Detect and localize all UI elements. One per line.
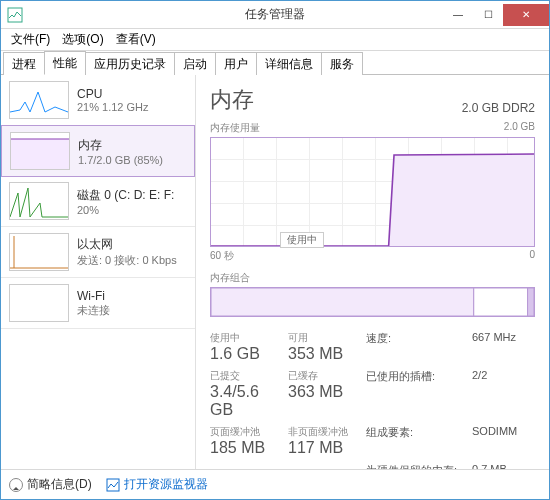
cpu-thumb-icon [9,81,69,119]
memory-thumb-icon [10,132,70,170]
tabbar: 进程 性能 应用历史记录 启动 用户 详细信息 服务 [1,51,549,75]
disk-label: 磁盘 0 (C: D: E: F: [77,187,187,204]
tab-startup[interactable]: 启动 [174,52,216,75]
stat-paged-value: 185 MB [210,439,280,457]
menu-view[interactable]: 查看(V) [110,29,162,50]
stat-cached-value: 363 MB [288,383,358,401]
usage-label: 内存使用量 [210,121,260,135]
sidebar-item-wifi[interactable]: Wi-Fi未连接 [1,278,195,329]
tab-app-history[interactable]: 应用历史记录 [85,52,175,75]
window-buttons: — ☐ ✕ [443,4,549,26]
in-use-tag: 使用中 [280,232,324,248]
memory-spec: 2.0 GB DDR2 [462,101,535,115]
chevron-up-icon [9,478,23,492]
stat-nonpaged-value: 117 MB [288,439,358,457]
stat-form-label: 组成要素: [366,425,464,457]
usage-max: 2.0 GB [504,121,535,135]
menubar: 文件(F) 选项(O) 查看(V) [1,29,549,51]
svg-rect-2 [211,288,474,316]
axis-right: 0 [529,249,535,263]
stat-slots-value: 2/2 [472,369,535,419]
content: CPU21% 1.12 GHz 内存1.7/2.0 GB (85%) 磁盘 0 … [1,75,549,469]
fewer-details-label: 简略信息(D) [27,476,92,493]
tab-performance[interactable]: 性能 [44,51,86,75]
resource-monitor-label: 打开资源监视器 [124,476,208,493]
wifi-label: Wi-Fi [77,289,187,303]
comp-label: 内存组合 [210,271,250,285]
svg-rect-3 [474,288,528,316]
sidebar-item-cpu[interactable]: CPU21% 1.12 GHz [1,75,195,126]
sidebar: CPU21% 1.12 GHz 内存1.7/2.0 GB (85%) 磁盘 0 … [1,75,196,469]
wifi-sub: 未连接 [77,303,187,318]
stat-avail-value: 353 MB [288,345,358,363]
svg-rect-1 [11,139,69,169]
titlebar: 任务管理器 — ☐ ✕ [1,1,549,29]
resource-monitor-link[interactable]: 打开资源监视器 [106,476,208,493]
minimize-button[interactable]: — [443,4,473,26]
stat-nonpaged-label: 非页面缓冲池 [288,425,358,439]
stat-speed-label: 速度: [366,331,464,363]
svg-rect-5 [107,479,119,491]
sidebar-item-memory[interactable]: 内存1.7/2.0 GB (85%) [1,125,195,177]
cpu-label: CPU [77,87,187,101]
stat-form-value: SODIMM [472,425,535,457]
footer: 简略信息(D) 打开资源监视器 [1,469,549,499]
sidebar-item-disk[interactable]: 磁盘 0 (C: D: E: F:20% [1,176,195,227]
stat-inuse-label: 使用中 [210,331,280,345]
stat-avail-label: 可用 [288,331,358,345]
stats-grid: 使用中1.6 GB 可用353 MB 速度: 667 MHz 已提交3.4/5.… [210,331,535,469]
menu-options[interactable]: 选项(O) [56,29,109,50]
tab-processes[interactable]: 进程 [3,52,45,75]
menu-file[interactable]: 文件(F) [5,29,56,50]
maximize-button[interactable]: ☐ [473,4,503,26]
memory-label: 内存 [78,137,186,154]
fewer-details-button[interactable]: 简略信息(D) [9,476,92,493]
ethernet-thumb-icon [9,233,69,271]
stat-paged-label: 页面缓冲池 [210,425,280,439]
svg-rect-4 [528,288,534,316]
stat-commit-value: 3.4/5.6 GB [210,383,280,419]
disk-thumb-icon [9,182,69,220]
axis-left: 60 秒 [210,249,234,263]
stat-slots-label: 已使用的插槽: [366,369,464,419]
memory-usage-chart [210,137,535,247]
main-panel: 内存 2.0 GB DDR2 内存使用量2.0 GB 60 秒 使用中 0 内存… [196,75,549,469]
disk-sub: 20% [77,204,187,216]
tab-users[interactable]: 用户 [215,52,257,75]
cpu-sub: 21% 1.12 GHz [77,101,187,113]
window-title: 任务管理器 [245,6,305,23]
ethernet-sub: 发送: 0 接收: 0 Kbps [77,253,187,268]
monitor-icon [106,478,120,492]
sidebar-item-ethernet[interactable]: 以太网发送: 0 接收: 0 Kbps [1,227,195,278]
memory-sub: 1.7/2.0 GB (85%) [78,154,186,166]
stat-cached-label: 已缓存 [288,369,358,383]
tab-services[interactable]: 服务 [321,52,363,75]
stat-commit-label: 已提交 [210,369,280,383]
ethernet-label: 以太网 [77,236,187,253]
wifi-thumb-icon [9,284,69,322]
stat-speed-value: 667 MHz [472,331,535,363]
app-icon [7,7,23,23]
stat-inuse-value: 1.6 GB [210,345,280,363]
tab-details[interactable]: 详细信息 [256,52,322,75]
memory-composition-chart [210,287,535,317]
close-button[interactable]: ✕ [503,4,549,26]
page-title: 内存 [210,85,254,115]
